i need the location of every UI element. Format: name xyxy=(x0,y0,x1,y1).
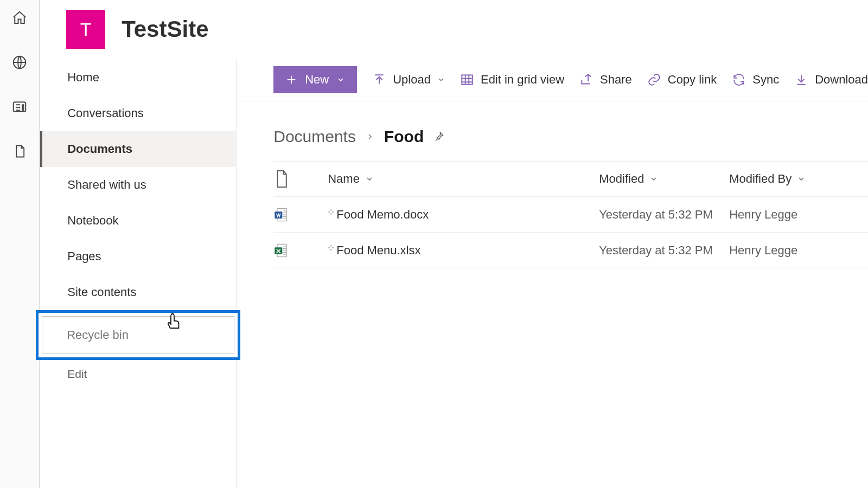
nav-shared-with-us[interactable]: Shared with us xyxy=(40,167,236,203)
grid-icon xyxy=(460,73,474,87)
copy-link-label: Copy link xyxy=(668,73,717,87)
sync-icon xyxy=(732,73,746,87)
download-button[interactable]: Download xyxy=(794,73,868,87)
file-name[interactable]: Food Menu.xlsx xyxy=(336,243,420,258)
sync-button[interactable]: Sync xyxy=(732,73,779,87)
column-type-header[interactable] xyxy=(273,169,328,189)
chevron-down-icon xyxy=(797,175,806,183)
news-icon[interactable] xyxy=(11,99,28,117)
nav-home[interactable]: Home xyxy=(40,60,236,95)
share-button[interactable]: Share xyxy=(579,73,632,87)
copy-link-button[interactable]: Copy link xyxy=(647,73,717,87)
file-name[interactable]: Food Memo.docx xyxy=(336,208,429,222)
column-modified-label: Modified xyxy=(599,172,644,186)
svg-rect-2 xyxy=(462,75,473,84)
nav-notebook[interactable]: Notebook xyxy=(40,203,236,239)
column-name-label: Name xyxy=(328,172,360,186)
new-button[interactable]: New xyxy=(273,66,357,93)
chevron-down-icon xyxy=(365,175,374,183)
loading-icon xyxy=(328,209,334,215)
chevron-down-icon xyxy=(649,175,658,183)
chevron-down-icon xyxy=(336,75,345,84)
breadcrumb-current: Food xyxy=(384,127,424,146)
chevron-right-icon xyxy=(366,132,374,141)
app-rail xyxy=(0,0,40,488)
file-modified: Yesterday at 5:32 PM xyxy=(599,208,729,222)
download-label: Download xyxy=(815,73,868,87)
file-icon xyxy=(273,169,290,189)
breadcrumb-root[interactable]: Documents xyxy=(273,127,356,146)
upload-icon xyxy=(372,73,386,87)
upload-button[interactable]: Upload xyxy=(372,73,445,87)
table-row[interactable]: Food Memo.docx Yesterday at 5:32 PM Henr… xyxy=(273,197,868,233)
file-icon[interactable] xyxy=(12,143,27,162)
table-header-row: Name Modified Modified By xyxy=(273,161,868,197)
new-button-label: New xyxy=(305,73,329,87)
excel-file-icon xyxy=(273,243,289,258)
nav-documents[interactable]: Documents xyxy=(40,131,236,167)
column-modified-header[interactable]: Modified xyxy=(599,172,729,186)
left-nav: Home Conversations Documents Shared with… xyxy=(40,59,237,488)
nav-site-contents[interactable]: Site contents xyxy=(40,274,236,310)
site-header: T TestSite xyxy=(40,0,868,59)
column-name-header[interactable]: Name xyxy=(328,172,599,186)
nav-pages[interactable]: Pages xyxy=(40,239,236,274)
nav-conversations[interactable]: Conversations xyxy=(40,95,236,131)
nav-recycle-bin[interactable]: Recycle bin xyxy=(36,310,240,360)
globe-icon[interactable] xyxy=(11,54,28,73)
loading-icon xyxy=(328,245,334,251)
column-modified-by-label: Modified By xyxy=(729,172,792,186)
upload-label: Upload xyxy=(393,73,431,87)
nav-edit-link[interactable]: Edit xyxy=(40,368,236,381)
edit-grid-button[interactable]: Edit in grid view xyxy=(460,73,564,87)
edit-grid-label: Edit in grid view xyxy=(481,73,564,87)
word-file-icon xyxy=(273,207,289,222)
plus-icon xyxy=(285,74,297,86)
file-modified-by: Henry Legge xyxy=(729,208,868,222)
site-title: TestSite xyxy=(122,16,208,42)
breadcrumb: Documents Food xyxy=(237,101,868,161)
command-bar: New Upload Edit in grid view Share xyxy=(237,59,868,101)
table-row[interactable]: Food Menu.xlsx Yesterday at 5:32 PM Henr… xyxy=(273,233,868,268)
share-icon xyxy=(579,73,593,87)
chevron-down-icon xyxy=(437,76,445,84)
download-icon xyxy=(794,73,808,87)
sync-label: Sync xyxy=(752,73,779,87)
link-icon xyxy=(647,73,661,87)
file-modified: Yesterday at 5:32 PM xyxy=(599,243,729,258)
file-modified-by: Henry Legge xyxy=(729,243,868,258)
pin-icon[interactable] xyxy=(433,131,444,142)
share-label: Share xyxy=(600,73,632,87)
home-icon[interactable] xyxy=(11,10,28,28)
file-list: Name Modified Modified By xyxy=(273,161,868,268)
column-modified-by-header[interactable]: Modified By xyxy=(729,172,868,186)
site-logo: T xyxy=(66,10,105,49)
